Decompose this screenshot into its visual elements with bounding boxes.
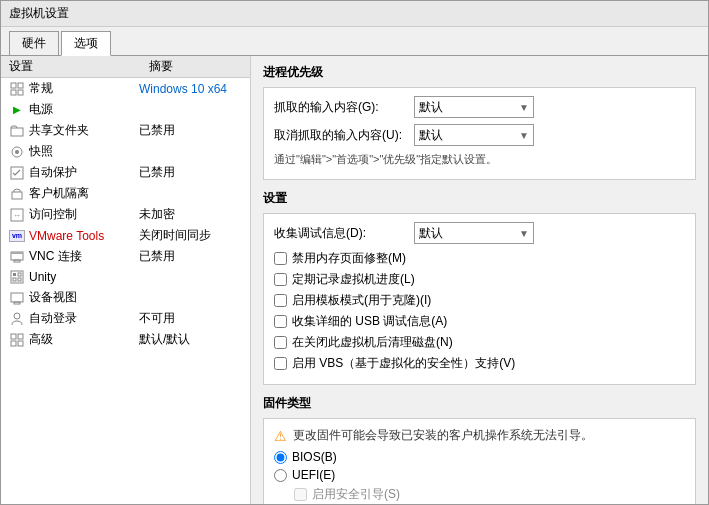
shared-folders-icon	[9, 123, 25, 139]
ungrab-label: 取消抓取的输入内容(U):	[274, 127, 414, 144]
svg-rect-25	[18, 341, 23, 346]
cb4-checkbox[interactable]	[274, 315, 287, 328]
vnc-icon	[9, 249, 25, 265]
autologon-icon	[9, 311, 25, 327]
tab-bar: 硬件 选项	[1, 27, 708, 56]
cb2-label: 定期记录虚拟机进度(L)	[292, 271, 415, 288]
settings-section: 设置 收集调试信息(D): 默认 ▼ 禁用内存页面修整(M)	[263, 190, 696, 385]
svg-rect-17	[13, 278, 16, 281]
access-control-summary: 未加密	[139, 206, 175, 223]
cb5-row: 在关闭此虚拟机后清理磁盘(N)	[274, 334, 685, 351]
snapshots-icon	[9, 144, 25, 160]
firmware-title: 固件类型	[263, 395, 696, 412]
settings-item-vmware-tools[interactable]: vm VMware Tools 关闭时间同步	[1, 225, 250, 246]
settings-title: 设置	[263, 190, 696, 207]
secure-boot-checkbox[interactable]	[294, 488, 307, 501]
autoprotect-icon	[9, 165, 25, 181]
svg-rect-20	[14, 302, 20, 304]
advanced-summary: 默认/默认	[139, 331, 190, 348]
snapshots-label: 快照	[29, 143, 139, 160]
grab-label: 抓取的输入内容(G):	[274, 99, 414, 116]
list-header: 设置 摘要	[1, 56, 250, 78]
svg-rect-4	[11, 128, 23, 136]
svg-point-21	[14, 313, 20, 319]
ungrab-select[interactable]: 默认 ▼	[414, 124, 534, 146]
guest-isolation-label: 客户机隔离	[29, 185, 139, 202]
collect-select-arrow: ▼	[519, 228, 529, 239]
svg-rect-2	[11, 90, 16, 95]
settings-item-access-control[interactable]: ↔ 访问控制 未加密	[1, 204, 250, 225]
autoprotect-summary: 已禁用	[139, 164, 175, 181]
svg-rect-13	[11, 252, 23, 254]
uefi-label: UEFI(E)	[292, 468, 335, 482]
cb1-row: 禁用内存页面修整(M)	[274, 250, 685, 267]
main-window: 虚拟机设置 硬件 选项 设置 摘要 常规 Windows 10 x64	[0, 0, 709, 505]
right-panel: 进程优先级 抓取的输入内容(G): 默认 ▼ 取消抓取的输入内容(U): 默认	[251, 56, 708, 504]
settings-item-snapshots[interactable]: 快照	[1, 141, 250, 162]
svg-text:↔: ↔	[13, 211, 21, 220]
tab-hardware[interactable]: 硬件	[9, 31, 59, 55]
settings-list-panel: 设置 摘要 常规 Windows 10 x64 ▶ 电源	[1, 56, 251, 504]
bios-radio[interactable]	[274, 451, 287, 464]
svg-rect-15	[13, 273, 16, 276]
cb2-row: 定期记录虚拟机进度(L)	[274, 271, 685, 288]
vmware-tools-summary: 关闭时间同步	[139, 227, 211, 244]
cb1-label: 禁用内存页面修整(M)	[292, 250, 406, 267]
bios-radio-row: BIOS(B)	[274, 450, 685, 464]
settings-item-power[interactable]: ▶ 电源	[1, 99, 250, 120]
process-priority-box: 抓取的输入内容(G): 默认 ▼ 取消抓取的输入内容(U): 默认 ▼ 通	[263, 87, 696, 180]
tab-options[interactable]: 选项	[61, 31, 111, 56]
ungrab-select-arrow: ▼	[519, 130, 529, 141]
settings-item-guest-isolation[interactable]: 客户机隔离	[1, 183, 250, 204]
cb6-checkbox[interactable]	[274, 357, 287, 370]
autologon-summary: 不可用	[139, 310, 175, 327]
collect-label: 收集调试信息(D):	[274, 225, 414, 242]
vmware-tools-icon: vm	[9, 228, 25, 244]
secure-boot-row: 启用安全引导(S)	[294, 486, 685, 503]
settings-item-shared-folders[interactable]: 共享文件夹 已禁用	[1, 120, 250, 141]
svg-rect-0	[11, 83, 16, 88]
cb3-label: 启用模板模式(用于克隆)(I)	[292, 292, 431, 309]
process-priority-title: 进程优先级	[263, 64, 696, 81]
settings-item-autoprotect[interactable]: 自动保护 已禁用	[1, 162, 250, 183]
cb6-row: 启用 VBS（基于虚拟化的安全性）支持(V)	[274, 355, 685, 372]
grab-select[interactable]: 默认 ▼	[414, 96, 534, 118]
cb6-label: 启用 VBS（基于虚拟化的安全性）支持(V)	[292, 355, 515, 372]
svg-rect-3	[18, 90, 23, 95]
priority-hint: 通过"编辑">"首选项">"优先级"指定默认设置。	[274, 152, 685, 167]
svg-point-6	[15, 150, 19, 154]
settings-item-vnc[interactable]: VNC 连接 已禁用	[1, 246, 250, 267]
uefi-radio[interactable]	[274, 469, 287, 482]
unity-label: Unity	[29, 270, 139, 284]
content-area: 设置 摘要 常规 Windows 10 x64 ▶ 电源	[1, 56, 708, 504]
grab-row: 抓取的输入内容(G): 默认 ▼	[274, 96, 685, 118]
cb3-checkbox[interactable]	[274, 294, 287, 307]
general-icon	[9, 81, 25, 97]
settings-item-device-view[interactable]: 设备视图	[1, 287, 250, 308]
settings-items-list: 常规 Windows 10 x64 ▶ 电源 共享文件夹	[1, 78, 250, 504]
process-priority-section: 进程优先级 抓取的输入内容(G): 默认 ▼ 取消抓取的输入内容(U): 默认	[263, 64, 696, 180]
cb4-row: 收集详细的 USB 调试信息(A)	[274, 313, 685, 330]
svg-rect-22	[11, 334, 16, 339]
cb1-checkbox[interactable]	[274, 252, 287, 265]
cb5-checkbox[interactable]	[274, 336, 287, 349]
warning-icon: ⚠	[274, 428, 287, 444]
settings-item-unity[interactable]: Unity	[1, 267, 250, 287]
firmware-warning-row: ⚠ 更改固件可能会导致已安装的客户机操作系统无法引导。	[274, 427, 685, 444]
cb5-label: 在关闭此虚拟机后清理磁盘(N)	[292, 334, 453, 351]
secure-boot-label: 启用安全引导(S)	[312, 486, 400, 503]
col-setting: 设置	[9, 58, 139, 75]
settings-item-advanced[interactable]: 高级 默认/默认	[1, 329, 250, 350]
uefi-radio-row: UEFI(E)	[274, 468, 685, 482]
cb2-checkbox[interactable]	[274, 273, 287, 286]
settings-box: 收集调试信息(D): 默认 ▼ 禁用内存页面修整(M) 定期记录虚拟机进度(L)	[263, 213, 696, 385]
power-icon: ▶	[9, 102, 25, 118]
shared-folders-summary: 已禁用	[139, 122, 175, 139]
firmware-section: 固件类型 ⚠ 更改固件可能会导致已安装的客户机操作系统无法引导。 BIOS(B)…	[263, 395, 696, 504]
svg-rect-16	[18, 273, 21, 276]
svg-rect-23	[18, 334, 23, 339]
svg-rect-18	[18, 278, 21, 281]
collect-select[interactable]: 默认 ▼	[414, 222, 534, 244]
settings-item-general[interactable]: 常规 Windows 10 x64	[1, 78, 250, 99]
settings-item-autologon[interactable]: 自动登录 不可用	[1, 308, 250, 329]
